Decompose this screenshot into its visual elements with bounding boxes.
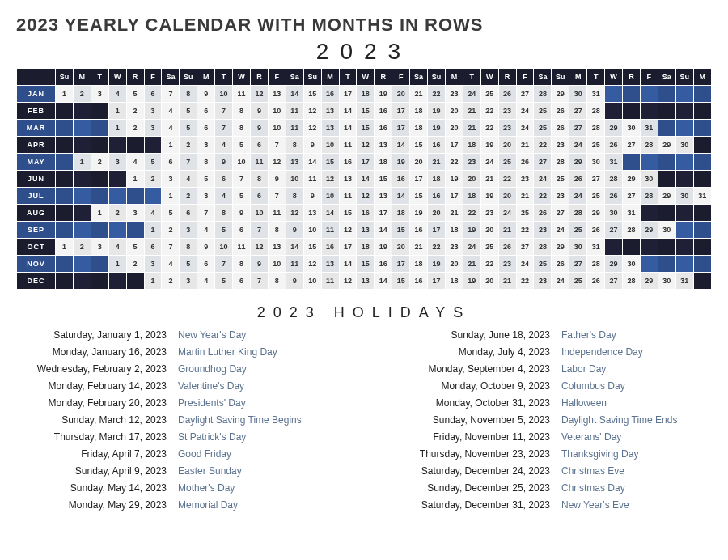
empty-cell [126, 273, 144, 290]
day-cell: 10 [268, 256, 286, 273]
month-row-dec: DEC1234567891011121314151617181920212223… [17, 273, 712, 290]
day-cell: 20 [392, 86, 410, 103]
holiday-date: Saturday, December 24, 2023 [388, 465, 550, 477]
day-cell: 28 [623, 222, 641, 239]
day-cell: 15 [339, 205, 357, 222]
day-cell: 23 [498, 120, 516, 137]
day-cell: 22 [516, 222, 534, 239]
empty-cell [126, 222, 144, 239]
empty-cell [126, 188, 144, 205]
day-cell: 15 [321, 154, 339, 171]
dow-header: F [640, 69, 658, 86]
day-cell: 19 [445, 171, 463, 188]
day-cell: 16 [375, 120, 392, 137]
holiday-date: Saturday, January 1, 2023 [5, 329, 167, 341]
day-cell: 5 [144, 154, 162, 171]
day-cell: 23 [498, 103, 516, 120]
day-cell: 7 [268, 137, 286, 154]
day-cell: 22 [480, 256, 498, 273]
day-cell: 27 [623, 137, 641, 154]
day-cell: 8 [233, 103, 251, 120]
day-cell: 15 [303, 239, 321, 256]
dow-header: M [197, 69, 215, 86]
day-cell: 16 [392, 171, 410, 188]
day-cell: 31 [640, 120, 658, 137]
day-cell: 6 [250, 137, 268, 154]
day-cell: 8 [286, 137, 303, 154]
holidays-section: Saturday, January 1, 2023New Year's DayM… [16, 329, 712, 511]
dow-header: M [693, 69, 711, 86]
empty-cell [91, 137, 108, 154]
day-cell: 11 [250, 154, 268, 171]
empty-cell [693, 205, 711, 222]
empty-cell [623, 154, 641, 171]
empty-cell [693, 222, 711, 239]
month-row-jul: JUL1234567891011121314151617181920212223… [17, 188, 712, 205]
day-cell: 4 [162, 256, 180, 273]
day-cell: 18 [410, 120, 428, 137]
day-cell: 30 [587, 154, 605, 171]
calendar-grid: SuMTWRFSaSuMTWRFSaSuMTWRFSaSuMTWRFSaSuMT… [16, 68, 712, 290]
day-cell: 17 [339, 239, 357, 256]
holiday-date: Sunday, March 12, 2023 [5, 414, 167, 426]
day-cell: 3 [162, 171, 180, 188]
day-cell: 19 [428, 103, 446, 120]
day-cell: 6 [233, 222, 251, 239]
empty-cell [56, 171, 74, 188]
dow-header: M [569, 69, 587, 86]
day-cell: 21 [410, 86, 428, 103]
holiday-name: Independence Day [561, 346, 723, 358]
day-cell: 9 [250, 256, 268, 273]
day-cell: 12 [268, 154, 286, 171]
empty-cell [623, 239, 641, 256]
dow-header: Su [675, 69, 693, 86]
day-cell: 27 [552, 205, 569, 222]
day-cell: 24 [534, 171, 552, 188]
day-cell: 16 [410, 222, 428, 239]
calendar-header-row: SuMTWRFSaSuMTWRFSaSuMTWRFSaSuMTWRFSaSuMT… [17, 69, 712, 86]
day-cell: 27 [623, 188, 641, 205]
month-label: OCT [17, 239, 56, 256]
day-cell: 18 [375, 154, 392, 171]
dow-header: F [268, 69, 286, 86]
day-cell: 13 [375, 188, 392, 205]
day-cell: 16 [321, 239, 339, 256]
month-label: NOV [17, 256, 56, 273]
day-cell: 10 [250, 205, 268, 222]
day-cell: 14 [339, 120, 357, 137]
day-cell: 15 [410, 188, 428, 205]
month-row-aug: AUG1234567891011121314151617181920212223… [17, 205, 712, 222]
day-cell: 10 [303, 222, 321, 239]
month-label: JUN [17, 171, 56, 188]
day-cell: 25 [516, 205, 534, 222]
day-cell: 2 [162, 273, 180, 290]
day-cell: 13 [268, 239, 286, 256]
empty-cell [108, 222, 126, 239]
holiday-name: Good Friday [178, 448, 340, 460]
day-cell: 27 [516, 239, 534, 256]
day-cell: 8 [233, 256, 251, 273]
day-cell: 26 [534, 205, 552, 222]
empty-cell [91, 171, 108, 188]
day-cell: 28 [552, 154, 569, 171]
day-cell: 18 [445, 273, 463, 290]
day-cell: 22 [480, 103, 498, 120]
empty-cell [675, 205, 693, 222]
day-cell: 10 [215, 86, 233, 103]
dow-header: R [623, 69, 641, 86]
dow-header: R [375, 69, 392, 86]
day-cell: 5 [126, 239, 144, 256]
dow-header: Su [303, 69, 321, 86]
day-cell: 22 [498, 171, 516, 188]
empty-cell [56, 103, 74, 120]
day-cell: 21 [445, 205, 463, 222]
empty-cell [658, 154, 675, 171]
empty-cell [640, 103, 658, 120]
day-cell: 22 [534, 137, 552, 154]
day-cell: 24 [552, 222, 569, 239]
empty-cell [640, 239, 658, 256]
day-cell: 14 [286, 86, 303, 103]
day-cell: 19 [480, 137, 498, 154]
empty-cell [693, 120, 711, 137]
day-cell: 7 [268, 188, 286, 205]
